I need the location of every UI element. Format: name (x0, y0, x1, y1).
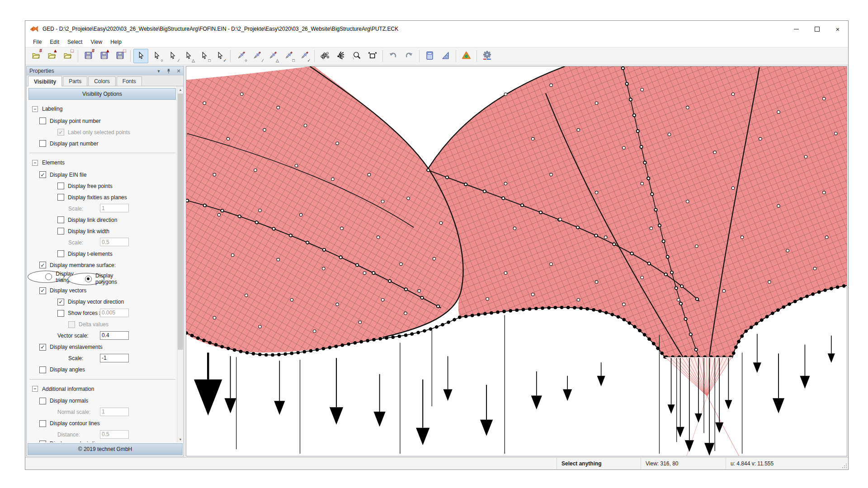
scale-input[interactable] (100, 204, 129, 212)
maximize-button[interactable] (807, 21, 827, 37)
delta-values-checkbox[interactable] (68, 321, 75, 328)
menu-item-edit[interactable]: Edit (46, 38, 63, 46)
edit-points-tool[interactable]: ○ (233, 49, 248, 63)
collapse-minus-icon[interactable] (32, 386, 38, 392)
display-normals-row: Display normals (28, 395, 177, 407)
panel-close-icon[interactable]: ✕ (175, 68, 182, 74)
tab-colors[interactable]: Colors (88, 76, 116, 86)
pointer-icon (184, 52, 193, 61)
tab-visibility[interactable]: Visibility (28, 76, 62, 86)
open-file-square-button[interactable]: □ (60, 49, 75, 63)
display-normals-checkbox[interactable] (39, 398, 46, 404)
zoom-extents-tool[interactable] (365, 49, 380, 63)
status-uv-coords: u: 4.844 v: 11.555 (726, 458, 848, 469)
close-button[interactable]: × (827, 21, 848, 37)
display-t-elements-row: Display t-elements (28, 248, 177, 259)
show-forces-input[interactable] (100, 309, 129, 317)
display-contour-lines-checkbox[interactable] (39, 420, 46, 427)
collapse-minus-icon[interactable] (32, 106, 38, 112)
save-file-square-button[interactable]: □ (113, 49, 127, 63)
calculator-button[interactable] (422, 49, 437, 63)
menu-item-help[interactable]: Help (106, 38, 126, 46)
open-file-triangle-button[interactable]: ▲ (44, 49, 59, 63)
select-confirm-tool[interactable]: ✓ (212, 49, 227, 63)
center-view-tool[interactable] (333, 49, 348, 63)
display-ein-file-checkbox[interactable]: ✓ (39, 171, 46, 178)
select-triangles-tool[interactable]: △ (181, 49, 196, 63)
label-only-selected-points-checkbox[interactable]: ✓ (57, 129, 64, 136)
display-geodesic-lines-row: Display geodesic lines (28, 441, 177, 443)
display-enslavements-checkbox[interactable]: ✓ (39, 344, 46, 351)
tab-parts[interactable]: Parts (63, 76, 87, 86)
undo-button[interactable] (386, 49, 401, 63)
settings-button[interactable] (480, 49, 495, 63)
vector-scale-input[interactable] (100, 331, 129, 340)
display-geodesic-lines-checkbox[interactable] (39, 441, 46, 443)
display-normals-label: Display normals (50, 398, 88, 404)
display-link-direction-checkbox[interactable] (57, 216, 64, 223)
scroll-up-icon[interactable]: ▲ (177, 86, 184, 93)
display-enslavements-label: Display enslavements (50, 344, 103, 350)
mesh-view-button[interactable] (459, 49, 474, 63)
orbit-view-tool[interactable] (317, 49, 332, 63)
zoom-window-tool[interactable] (349, 49, 364, 63)
panel-scrollbar[interactable]: ▲ ▼ (177, 86, 184, 442)
distance-input[interactable] (100, 430, 129, 439)
menu-item-file[interactable]: File (29, 38, 46, 46)
redo-icon (404, 51, 414, 61)
display-ein-file-label: Display EIN file (50, 172, 86, 178)
edit-confirm-tool[interactable]: ✓ (297, 49, 311, 63)
display-part-number-row: Display part number (28, 138, 177, 149)
minimize-button[interactable] (786, 21, 807, 37)
panel-pin-icon[interactable] (165, 68, 172, 74)
show-forces-checkbox[interactable] (57, 310, 64, 317)
scroll-down-icon[interactable]: ▼ (177, 436, 184, 442)
display-fixities-as-planes-checkbox[interactable] (57, 194, 64, 201)
edit-fixities-tool[interactable]: □ (281, 49, 296, 63)
select-points-tool[interactable]: ○ (149, 49, 164, 63)
scrollbar-thumb[interactable] (178, 94, 183, 350)
display-polygons-label: Display polygons (95, 272, 117, 285)
display-vectors-checkbox[interactable]: ✓ (39, 287, 46, 294)
display-link-width-checkbox[interactable] (57, 228, 64, 235)
select-fixities-tool[interactable]: □ (197, 49, 212, 63)
toolbar-separator (230, 50, 231, 62)
menu-item-view[interactable]: View (86, 38, 106, 46)
select-tool[interactable] (133, 49, 148, 63)
save-file-triangle-button[interactable]: ▲ (97, 49, 112, 63)
toolbar-separator (456, 50, 456, 62)
magnifier-icon (352, 51, 361, 61)
display-angles-checkbox[interactable] (39, 366, 46, 373)
edit-links-tool[interactable]: ∕ (249, 49, 264, 63)
display-membrane-surface-checkbox[interactable]: ✓ (39, 262, 46, 268)
edit-triangles-tool[interactable]: △ (265, 49, 280, 63)
open-file-hash-button[interactable]: # (28, 49, 43, 63)
scale-input[interactable] (100, 238, 129, 246)
scale-input[interactable] (100, 354, 129, 362)
viewport[interactable] (186, 66, 847, 456)
floppy-icon (116, 51, 124, 61)
display-point-number-checkbox[interactable] (39, 117, 46, 124)
display-vector-direction-checkbox[interactable]: ✓ (57, 299, 64, 305)
display-free-points-checkbox[interactable] (57, 183, 64, 189)
display-triangles-radio[interactable] (45, 273, 52, 280)
tab-fonts[interactable]: Fonts (117, 76, 142, 86)
redo-button[interactable] (401, 49, 416, 63)
delta-values-label: Delta values (79, 321, 108, 328)
pointer-icon (200, 52, 208, 61)
display-part-number-checkbox[interactable] (39, 140, 46, 147)
measure-button[interactable] (438, 49, 453, 63)
resize-grip[interactable] (842, 463, 847, 469)
save-file-hash-button[interactable]: # (81, 49, 96, 63)
toolbar-separator (419, 50, 420, 62)
section-label: Additional information (42, 386, 94, 392)
normal-scale-input[interactable] (100, 408, 129, 416)
properties-panel: Properties ▾ ✕ VisibilityPartsColorsFont… (26, 66, 184, 456)
collapse-minus-icon[interactable] (32, 160, 38, 166)
display-t-elements-checkbox[interactable] (57, 250, 64, 257)
gear-icon (482, 51, 492, 61)
display-polygons-radio[interactable] (85, 276, 92, 282)
select-links-tool[interactable]: ∕ (165, 49, 180, 63)
menu-item-select[interactable]: Select (63, 38, 86, 46)
panel-menu-dropdown-icon[interactable]: ▾ (156, 68, 162, 74)
